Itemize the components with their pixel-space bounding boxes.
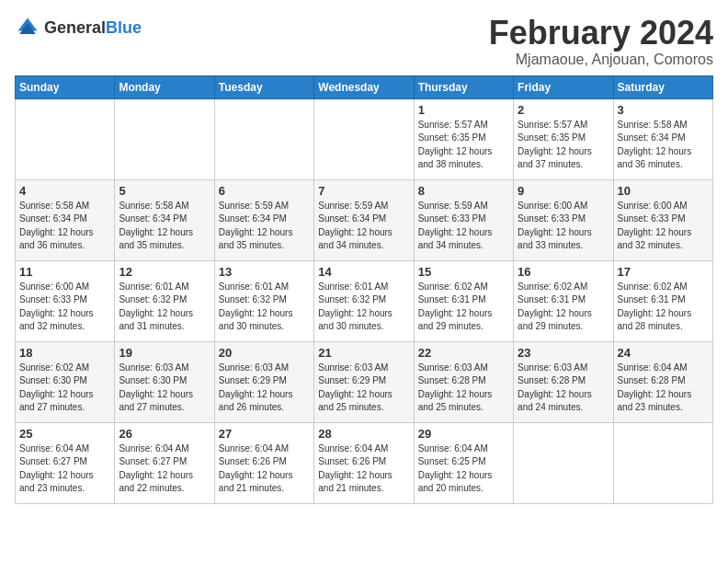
calendar-cell: 16Sunrise: 6:02 AM Sunset: 6:31 PM Dayli… — [514, 260, 613, 341]
calendar-cell: 19Sunrise: 6:03 AM Sunset: 6:30 PM Dayli… — [115, 341, 214, 422]
day-info: Sunrise: 5:57 AM Sunset: 6:35 PM Dayligh… — [418, 119, 509, 172]
calendar-cell: 3Sunrise: 5:58 AM Sunset: 6:34 PM Daylig… — [613, 98, 712, 179]
week-row-5: 25Sunrise: 6:04 AM Sunset: 6:27 PM Dayli… — [16, 422, 713, 503]
day-info: Sunrise: 6:01 AM Sunset: 6:32 PM Dayligh… — [119, 281, 210, 334]
day-info: Sunrise: 6:00 AM Sunset: 6:33 PM Dayligh… — [518, 200, 609, 253]
day-number: 18 — [19, 346, 110, 360]
day-info: Sunrise: 5:58 AM Sunset: 6:34 PM Dayligh… — [618, 119, 709, 172]
calendar-cell: 15Sunrise: 6:02 AM Sunset: 6:31 PM Dayli… — [414, 260, 513, 341]
day-info: Sunrise: 5:59 AM Sunset: 6:34 PM Dayligh… — [219, 200, 310, 253]
calendar-table: SundayMondayTuesdayWednesdayThursdayFrid… — [15, 75, 713, 504]
calendar-cell: 14Sunrise: 6:01 AM Sunset: 6:32 PM Dayli… — [314, 260, 414, 341]
day-number: 12 — [119, 265, 210, 279]
day-number: 3 — [618, 103, 709, 117]
calendar-cell: 1Sunrise: 5:57 AM Sunset: 6:35 PM Daylig… — [414, 98, 513, 179]
calendar-cell: 22Sunrise: 6:03 AM Sunset: 6:28 PM Dayli… — [414, 341, 513, 422]
week-row-1: 1Sunrise: 5:57 AM Sunset: 6:35 PM Daylig… — [16, 98, 713, 179]
day-info: Sunrise: 6:04 AM Sunset: 6:26 PM Dayligh… — [219, 442, 310, 496]
day-info: Sunrise: 5:59 AM Sunset: 6:34 PM Dayligh… — [318, 200, 409, 253]
day-info: Sunrise: 5:59 AM Sunset: 6:33 PM Dayligh… — [418, 200, 509, 253]
calendar-body: 1Sunrise: 5:57 AM Sunset: 6:35 PM Daylig… — [16, 98, 713, 503]
logo-general: General — [44, 18, 106, 37]
month-title: February 2024 — [489, 15, 713, 52]
calendar-cell: 6Sunrise: 5:59 AM Sunset: 6:34 PM Daylig… — [214, 179, 313, 260]
calendar-cell: 10Sunrise: 6:00 AM Sunset: 6:33 PM Dayli… — [613, 179, 712, 260]
day-info: Sunrise: 6:04 AM Sunset: 6:27 PM Dayligh… — [19, 442, 110, 496]
day-number: 22 — [418, 346, 509, 360]
calendar-cell: 26Sunrise: 6:04 AM Sunset: 6:27 PM Dayli… — [115, 422, 214, 503]
day-number: 21 — [318, 346, 409, 360]
calendar-cell: 29Sunrise: 6:04 AM Sunset: 6:25 PM Dayli… — [414, 422, 513, 503]
day-number: 16 — [518, 265, 609, 279]
calendar-cell — [514, 422, 613, 503]
calendar-cell: 25Sunrise: 6:04 AM Sunset: 6:27 PM Dayli… — [16, 422, 115, 503]
location-title: Mjamaoue, Anjouan, Comoros — [489, 52, 713, 68]
calendar-cell — [314, 98, 414, 179]
day-number: 11 — [19, 265, 110, 279]
day-info: Sunrise: 6:04 AM Sunset: 6:27 PM Dayligh… — [119, 442, 210, 496]
calendar-cell: 18Sunrise: 6:02 AM Sunset: 6:30 PM Dayli… — [16, 341, 115, 422]
day-number: 10 — [618, 184, 709, 198]
calendar-cell: 17Sunrise: 6:02 AM Sunset: 6:31 PM Dayli… — [613, 260, 712, 341]
day-info: Sunrise: 6:01 AM Sunset: 6:32 PM Dayligh… — [318, 281, 409, 334]
day-number: 7 — [318, 184, 409, 198]
day-info: Sunrise: 6:00 AM Sunset: 6:33 PM Dayligh… — [19, 281, 110, 334]
calendar-cell: 4Sunrise: 5:58 AM Sunset: 6:34 PM Daylig… — [16, 179, 115, 260]
calendar-cell: 9Sunrise: 6:00 AM Sunset: 6:33 PM Daylig… — [514, 179, 613, 260]
logo-icon — [15, 15, 40, 40]
day-info: Sunrise: 5:57 AM Sunset: 6:35 PM Dayligh… — [518, 119, 609, 172]
day-info: Sunrise: 6:04 AM Sunset: 6:26 PM Dayligh… — [318, 442, 409, 496]
day-info: Sunrise: 6:03 AM Sunset: 6:28 PM Dayligh… — [518, 362, 609, 415]
header-day-sunday: Sunday — [16, 75, 115, 98]
logo: GeneralBlue — [15, 15, 142, 40]
day-info: Sunrise: 6:02 AM Sunset: 6:31 PM Dayligh… — [518, 281, 609, 334]
day-number: 6 — [219, 184, 310, 198]
day-info: Sunrise: 6:04 AM Sunset: 6:25 PM Dayligh… — [418, 442, 509, 496]
day-info: Sunrise: 6:02 AM Sunset: 6:30 PM Dayligh… — [19, 362, 110, 415]
calendar-cell: 23Sunrise: 6:03 AM Sunset: 6:28 PM Dayli… — [514, 341, 613, 422]
calendar-cell: 20Sunrise: 6:03 AM Sunset: 6:29 PM Dayli… — [214, 341, 313, 422]
calendar-cell — [613, 422, 712, 503]
day-number: 20 — [219, 346, 310, 360]
day-number: 15 — [418, 265, 509, 279]
day-number: 24 — [618, 346, 709, 360]
calendar-cell: 13Sunrise: 6:01 AM Sunset: 6:32 PM Dayli… — [214, 260, 313, 341]
day-number: 29 — [418, 427, 509, 441]
header-day-friday: Friday — [514, 75, 613, 98]
day-number: 4 — [19, 184, 110, 198]
day-number: 25 — [19, 427, 110, 441]
calendar-cell: 7Sunrise: 5:59 AM Sunset: 6:34 PM Daylig… — [314, 179, 414, 260]
calendar-cell: 2Sunrise: 5:57 AM Sunset: 6:35 PM Daylig… — [514, 98, 613, 179]
header-day-monday: Monday — [115, 75, 214, 98]
title-block: February 2024 Mjamaoue, Anjouan, Comoros — [489, 15, 713, 68]
week-row-4: 18Sunrise: 6:02 AM Sunset: 6:30 PM Dayli… — [16, 341, 713, 422]
day-number: 5 — [119, 184, 210, 198]
day-info: Sunrise: 6:03 AM Sunset: 6:28 PM Dayligh… — [418, 362, 509, 415]
day-info: Sunrise: 6:02 AM Sunset: 6:31 PM Dayligh… — [618, 281, 709, 334]
calendar-cell — [214, 98, 313, 179]
day-info: Sunrise: 5:58 AM Sunset: 6:34 PM Dayligh… — [119, 200, 210, 253]
calendar-cell: 5Sunrise: 5:58 AM Sunset: 6:34 PM Daylig… — [115, 179, 214, 260]
calendar-cell: 24Sunrise: 6:04 AM Sunset: 6:28 PM Dayli… — [613, 341, 712, 422]
day-info: Sunrise: 6:04 AM Sunset: 6:28 PM Dayligh… — [618, 362, 709, 415]
calendar-cell: 8Sunrise: 5:59 AM Sunset: 6:33 PM Daylig… — [414, 179, 513, 260]
logo-blue: Blue — [106, 18, 142, 37]
day-info: Sunrise: 5:58 AM Sunset: 6:34 PM Dayligh… — [19, 200, 110, 253]
page-header: GeneralBlue February 2024 Mjamaoue, Anjo… — [15, 15, 713, 68]
calendar-cell: 11Sunrise: 6:00 AM Sunset: 6:33 PM Dayli… — [16, 260, 115, 341]
day-info: Sunrise: 6:03 AM Sunset: 6:29 PM Dayligh… — [219, 362, 310, 415]
calendar-cell: 12Sunrise: 6:01 AM Sunset: 6:32 PM Dayli… — [115, 260, 214, 341]
header-day-saturday: Saturday — [613, 75, 712, 98]
calendar-cell: 21Sunrise: 6:03 AM Sunset: 6:29 PM Dayli… — [314, 341, 414, 422]
header-day-tuesday: Tuesday — [214, 75, 313, 98]
day-number: 23 — [518, 346, 609, 360]
week-row-3: 11Sunrise: 6:00 AM Sunset: 6:33 PM Dayli… — [16, 260, 713, 341]
day-number: 8 — [418, 184, 509, 198]
day-info: Sunrise: 6:03 AM Sunset: 6:29 PM Dayligh… — [318, 362, 409, 415]
calendar-cell — [115, 98, 214, 179]
day-number: 2 — [518, 103, 609, 117]
calendar-cell: 27Sunrise: 6:04 AM Sunset: 6:26 PM Dayli… — [214, 422, 313, 503]
day-info: Sunrise: 6:01 AM Sunset: 6:32 PM Dayligh… — [219, 281, 310, 334]
day-info: Sunrise: 6:00 AM Sunset: 6:33 PM Dayligh… — [618, 200, 709, 253]
day-number: 28 — [318, 427, 409, 441]
